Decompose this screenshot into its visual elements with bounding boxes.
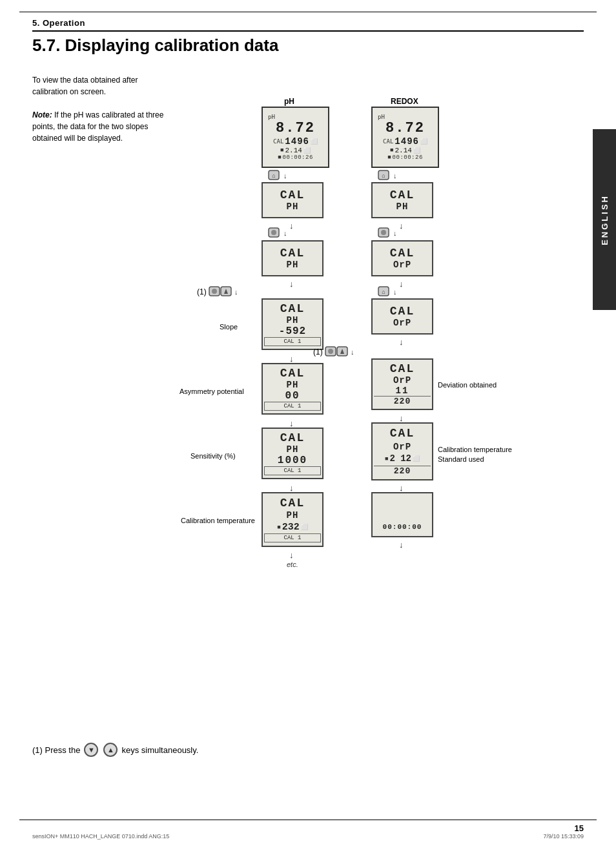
svg-text:↓: ↓ (393, 172, 397, 180)
ph-cal3-label: CAL 1 (264, 337, 321, 346)
redox-main-val: 8.72 (385, 120, 425, 136)
redox-dev-value: 11 (396, 386, 409, 396)
redox-cal-2: CAL OrP (371, 240, 433, 276)
ph-arrow-2: ↓ (289, 279, 294, 289)
ph-cal4-sub: PH (287, 380, 299, 390)
redox-arrow-5: ↓ (399, 483, 404, 493)
ph-cal-1: CAL PH (262, 182, 323, 218)
main-title: 5.7. Displaying calibration data (32, 36, 278, 56)
svg-text:↓: ↓ (234, 288, 238, 296)
description-text: To view the data obtained after calibrat… (32, 74, 174, 144)
svg-text:↓: ↓ (351, 348, 354, 356)
asymmetry-label: Asymmetry potential (180, 387, 244, 395)
footer: sensION+ MM110 HACH_LANGE 0710.indd ANG:… (32, 833, 584, 840)
press-instruction: (1) Press the ▼ ▲ keys simultaneously. (32, 743, 198, 757)
ph-cal-5: CAL PH 1000 CAL 1 (262, 428, 323, 479)
ph-cal3-text: CAL (280, 302, 305, 315)
redox-cal-1: CAL PH (371, 182, 433, 218)
ph-cal6-sub: PH (287, 510, 299, 521)
ph-cal5-label: CAL 1 (264, 466, 321, 475)
ph-lcd-main: pH 8.72 CAL 1496 ⬜ ■ 2.14 ⬜ ■ 00:00:26 (262, 107, 329, 168)
svg-text:↓: ↓ (283, 172, 287, 180)
ph-arrow-4: ↓ (289, 418, 294, 428)
footer-left: sensION+ MM110 HACH_LANGE 0710.indd ANG:… (32, 833, 169, 840)
ph-cal6-label: CAL 1 (264, 533, 321, 542)
side-tab-label: ENGLISH (600, 194, 610, 245)
redox-arrow-6: ↓ (399, 540, 404, 550)
page-number: 15 (575, 823, 584, 833)
ph-note1-label: (1) (197, 287, 207, 296)
redox-arrow-2: ↓ (399, 279, 404, 289)
note-text: If the pH was calibrated at three points… (32, 110, 163, 143)
redox-cal1-sub: PH (396, 201, 409, 212)
side-tab: ENGLISH (593, 129, 616, 310)
redox-cal1-text: CAL (390, 189, 415, 201)
redox-nav-4: (1) ↓ (313, 346, 356, 358)
ph-sub-val: 1496 (285, 136, 309, 147)
redox-cal3-sub: OrP (393, 318, 411, 328)
caltemp-label: Calibration temperature (181, 517, 255, 524)
redox-cal5-sub: OrP (393, 442, 411, 452)
deviation-label: Deviation obtained (438, 381, 497, 389)
ph-cal-3: CAL PH -592 CAL 1 (262, 298, 323, 350)
footer-right: 7/9/10 15:33:09 (543, 833, 584, 840)
redox-arrow-1: ↓ (399, 221, 404, 231)
redox-sub-val: 1496 (395, 136, 419, 147)
ph-cal-2: CAL PH (262, 240, 323, 276)
page-border-bottom (19, 820, 597, 820)
svg-point-7 (212, 289, 217, 294)
redox-nav-2: ↓ (378, 227, 397, 239)
note-label: Note: (32, 110, 52, 119)
ph-nav-3: (1) ↓ (197, 286, 240, 298)
redox-lcd-main: pH 8.72 CAL 1496 ⬜ ■ 2.14 ⬜ ■ 00:00:26 (371, 107, 439, 168)
sensitivity-label: Sensitivity (%) (190, 452, 236, 460)
redox-note1-label: (1) (313, 347, 323, 356)
ph-asym-value: 00 (285, 390, 300, 402)
svg-text:⌂: ⌂ (382, 289, 385, 295)
redox-cal-5: CAL OrP ■ 2 12 ⬜ 220 (371, 422, 433, 480)
up-key-icon: ▲ (103, 743, 118, 757)
col-label-redox: REDOX (391, 97, 418, 106)
ph-nav-2: ↓ (268, 227, 287, 239)
ph-line3: 2.14 (285, 147, 302, 154)
ph-sens-value: 1000 (278, 455, 307, 466)
redox-arrow-3: ↓ (399, 337, 404, 347)
ph-caltemp-value: 232 (282, 522, 300, 533)
ph-cal6-text: CAL (280, 497, 305, 510)
ph-cal1-text: CAL (280, 189, 305, 201)
col-label-ph: pH (284, 97, 294, 106)
redox-nav-1: ⌂ ↓ (378, 170, 397, 181)
ph-cal4-label: CAL 1 (264, 402, 321, 411)
svg-text:⌂: ⌂ (272, 172, 275, 179)
ph-cal2-text: CAL (280, 247, 305, 260)
down-key-icon: ▼ (84, 743, 98, 757)
ph-line4: 00:00:26 (283, 154, 313, 161)
redox-cal-6: 00:00:00 (371, 492, 433, 537)
svg-text:⌂: ⌂ (382, 172, 385, 179)
desc-intro: To view the data obtained after calibrat… (32, 76, 138, 96)
redox-cal4-text: CAL (390, 362, 415, 375)
redox-std-val: 220 (374, 466, 431, 476)
redox-cal2-text: CAL (390, 247, 415, 260)
etc-label: etc. (287, 561, 298, 568)
press-keys-text: keys simultaneously. (121, 745, 198, 755)
press-text: (1) Press the (32, 745, 80, 755)
redox-dev-sub: 220 (374, 396, 431, 406)
redox-cal3-text: CAL (390, 305, 415, 318)
redox-cal2-sub: OrP (393, 260, 411, 270)
redox-cal5-text: CAL (390, 427, 415, 440)
ph-arrow-1: ↓ (289, 221, 294, 231)
svg-point-15 (381, 230, 386, 235)
svg-text:↓: ↓ (393, 229, 397, 237)
ph-arrow-3: ↓ (289, 354, 294, 364)
slope-label: Slope (220, 323, 238, 331)
svg-point-4 (271, 230, 276, 235)
ph-nav-1: ⌂ ↓ (268, 170, 287, 181)
redox-cal4-sub: OrP (393, 375, 411, 386)
ph-cal2-sub: PH (287, 260, 299, 270)
section-title: 5. Operation (32, 18, 584, 28)
svg-text:↓: ↓ (393, 288, 397, 296)
redox-nav-3: ⌂ ↓ (378, 286, 397, 298)
redox-arrow-4: ↓ (399, 413, 404, 423)
ph-cal-4: CAL PH 00 CAL 1 (262, 363, 323, 415)
